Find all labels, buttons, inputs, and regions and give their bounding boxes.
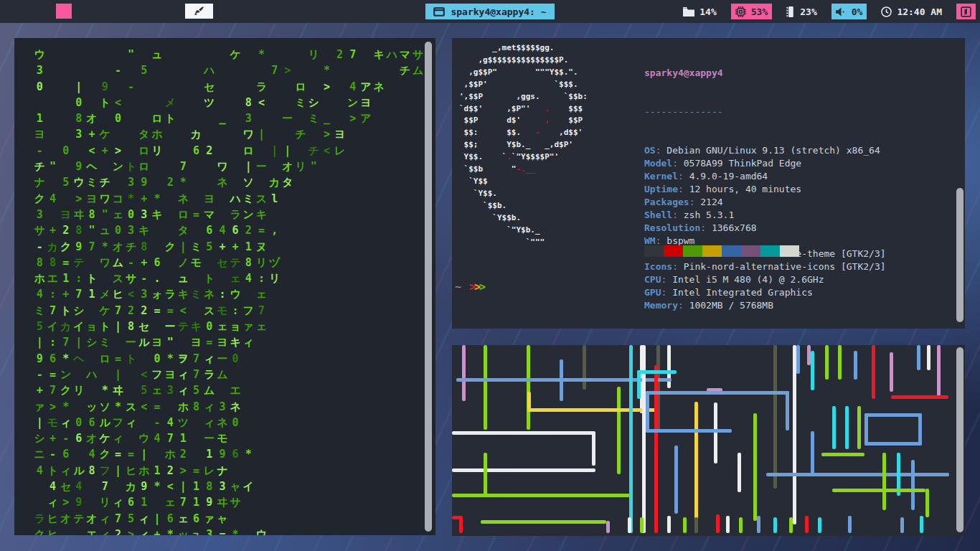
neofetch-info-row: GPU: Intel Integrated Graphics: [644, 286, 886, 299]
pipe-segment: [917, 345, 920, 370]
pipe-segment: [864, 442, 922, 446]
pipe-segment: [848, 516, 852, 533]
pipe-segment: [452, 468, 595, 472]
desktop-wallpaper: { "bar": { "title": "sparky4@xappy4: ~",…: [0, 0, 980, 551]
pipe-segment: [825, 345, 829, 380]
clock-value: 12:40 AM: [897, 6, 942, 17]
pipe-segment: [637, 370, 641, 399]
neofetch-info-block: sparky4@xappy4 -------------- OS: Debian…: [644, 41, 886, 329]
top-status-bar: sparky4@xappy4: ~ 14% 53%: [0, 0, 980, 23]
pipe-segment: [753, 413, 757, 521]
palette-swatch: [702, 245, 722, 257]
neofetch-scrollbar[interactable]: [956, 188, 963, 322]
pipe-segment: [484, 453, 487, 496]
prompt-chevrons: >>>: [469, 281, 484, 293]
pipe-segment: [838, 345, 842, 380]
neofetch-info-row: Uptime: 12 hours, 40 minutes: [644, 183, 886, 196]
pipe-segment: [694, 517, 698, 533]
ram-usage-module[interactable]: 23%: [782, 4, 821, 19]
power-exit-button[interactable]: [956, 4, 976, 19]
palette-swatch: [741, 245, 760, 257]
pipe-segment: [617, 387, 621, 474]
cpu-chip-icon: [735, 6, 746, 17]
pipes-scrollbar[interactable]: [956, 347, 963, 532]
paintbrush-icon: [194, 6, 204, 17]
pipe-segment: [845, 406, 849, 449]
pipe-segment: [832, 489, 925, 492]
neofetch-terminal-window[interactable]: _,met$$$$$gg. ,g$$$$$$$$$$$$$$$P. ,g$$P"…: [452, 38, 965, 329]
folder-icon: [683, 7, 694, 17]
pipe-segment: [452, 494, 630, 497]
clock-icon: [881, 6, 892, 17]
pipe-segment: [864, 413, 922, 417]
ram-usage-value: 23%: [800, 6, 816, 17]
pipe-segment: [864, 413, 868, 446]
pipe-segment: [918, 413, 922, 446]
pipe-segment: [592, 431, 595, 466]
pipe-segment: [920, 516, 923, 533]
pipe-segment: [789, 517, 793, 533]
pipe-segment: [484, 345, 487, 430]
workspace-indicator[interactable]: [56, 4, 72, 19]
pipe-segment: [890, 352, 893, 392]
pipe-segment: [766, 473, 949, 476]
pipe-segment: [900, 517, 904, 533]
pipes-terminal-window[interactable]: [452, 345, 965, 536]
pipe-segment: [646, 391, 789, 395]
pipe-segment: [527, 392, 531, 410]
pipe-segment: [674, 446, 678, 514]
pipe-segment: [527, 408, 656, 412]
pipe-segment: [925, 489, 929, 517]
pipe-segment: [646, 391, 649, 433]
shell-prompt[interactable]: ~ >>>: [455, 281, 484, 293]
pipe-segment: [683, 517, 687, 533]
disk-usage-value: 14%: [699, 6, 716, 17]
speaker-icon: [836, 7, 847, 17]
matrix-scrollbar[interactable]: [425, 42, 432, 532]
neofetch-info-row: Memory: 1002MB / 5768MB: [644, 299, 886, 312]
pipe-segment: [640, 517, 644, 533]
cpu-usage-value: 53%: [751, 6, 768, 17]
pipe-segment: [459, 516, 463, 533]
pipes-art: [452, 345, 965, 536]
pipe-segment: [872, 345, 875, 399]
pipe-segment: [882, 453, 886, 510]
pipe-segment: [628, 517, 631, 533]
pipe-segment: [911, 460, 915, 510]
palette-swatch: [664, 245, 683, 257]
pipe-segment: [927, 345, 930, 370]
pipe-segment: [811, 431, 814, 474]
pipe-segment: [667, 516, 671, 533]
pipe-segment: [811, 351, 814, 390]
matrix-rain-text: ウ"ュケ*リ27キハマサ3-5ハ7>*チム0|9-セラロ>4アネ0ト<メツ8<ミ…: [20, 42, 425, 535]
pipe-segment: [937, 345, 941, 399]
neofetch-info-row: OS: Debian GNU/Linux 9.13 (stretch) x86_…: [644, 144, 886, 157]
pipe-segment: [773, 345, 777, 489]
pipe-segment: [716, 514, 720, 533]
theme-launcher-button[interactable]: [185, 4, 213, 19]
pipe-segment: [832, 406, 836, 449]
clock-module[interactable]: 12:40 AM: [877, 4, 946, 19]
pipe-segment: [462, 345, 466, 401]
pipe-segment: [738, 453, 741, 492]
pipe-segment: [606, 521, 610, 533]
pipe-segment: [786, 391, 789, 430]
neofetch-info-row: Packages: 2124: [644, 196, 886, 209]
pipe-segment: [818, 517, 821, 533]
exit-door-icon: [961, 6, 971, 17]
pipe-segment: [805, 516, 809, 533]
bar-status-modules: 14% 53% 23%: [679, 0, 976, 23]
window-title-text: sparky4@xappy4: ~: [451, 6, 546, 17]
pipe-segment: [694, 402, 698, 524]
volume-module[interactable]: 0%: [831, 4, 867, 19]
focused-window-title[interactable]: sparky4@xappy4: ~: [425, 4, 555, 19]
debian-ascii-logo: _,met$$$$$gg. ,g$$$$$$$$$$$$$$$P. ,g$$P"…: [459, 42, 588, 248]
cpu-usage-module[interactable]: 53%: [731, 4, 772, 19]
pipe-segment: [726, 516, 730, 533]
pipe-segment: [583, 345, 586, 390]
pipe-segment: [481, 520, 606, 524]
palette-swatch: [780, 245, 799, 257]
cmatrix-terminal-window[interactable]: ウ"ュケ*リ27キハマサ3-5ハ7>*チム0|9-セラロ>4アネ0ト<メツ8<ミ…: [14, 38, 435, 535]
disk-usage-module[interactable]: 14%: [679, 4, 720, 19]
prompt-cwd: ~: [455, 281, 461, 293]
